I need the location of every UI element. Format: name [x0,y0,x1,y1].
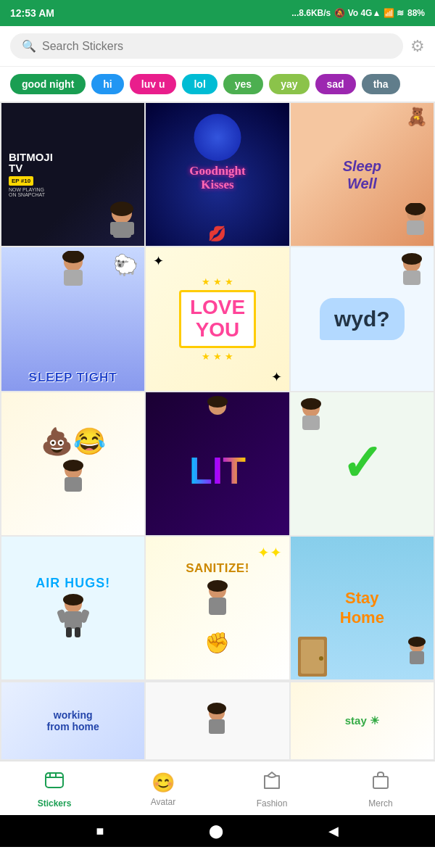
status-battery: 88% [407,8,425,18]
fashion-icon [262,770,281,795]
sticker-goodnight-kisses[interactable]: GoodnightKisses 💋 [146,103,289,246]
android-home-btn[interactable]: ⬤ [209,823,223,839]
svg-rect-37 [410,651,424,664]
sticker-bitmoji-tv[interactable]: BITMOJITV EP #10 NOW PLAYINGON SNAPCHAT [1,103,144,246]
bitmoji-tv-ep: EP #10 [9,176,33,186]
goodnight-moon [194,114,241,161]
nav-stickers[interactable]: Stickers [0,770,109,809]
love-you-stars-top: ★ ★ ★ [202,276,233,287]
stickers-icon [44,770,65,795]
svg-rect-16 [65,477,82,492]
search-icon: 🔍 [22,39,36,53]
pill-tha[interactable]: tha [362,74,400,94]
svg-rect-10 [64,270,83,286]
nav-merch-label: Merch [368,798,392,809]
sticker-stay-home[interactable]: StayHome [291,537,434,679]
bitmoji-tv-title: BITMOJITV [9,152,53,173]
air-hugs-avatar [55,594,91,640]
sticker-sleep-well[interactable]: SleepWell 🧸 [291,103,434,246]
svg-point-20 [301,398,321,410]
partial-sticker-middle[interactable] [146,682,289,759]
wfh-text: workingfrom home [46,709,99,732]
nav-avatar[interactable]: 😊 Avatar [109,772,218,807]
nav-fashion-label: Fashion [257,798,288,809]
lit-avatar [203,396,232,421]
nav-avatar-label: Avatar [151,797,175,807]
love-you-stars-bottom: ★ ★ ★ [202,351,233,362]
merch-icon [371,770,390,795]
stay-home-door [297,629,333,679]
partial-sticker-row: workingfrom home stay ☀ [0,681,435,761]
sticker-sanitize[interactable]: SANITIZE! ✊ ✦✦ [146,537,289,679]
pill-sad[interactable]: sad [315,74,356,94]
sleep-well-teddy: 🧸 [406,107,428,127]
svg-rect-27 [66,627,72,637]
svg-point-30 [207,580,228,592]
sticker-emoji-balloons[interactable]: 💩😂 [1,392,144,535]
sleep-tight-text: SLEEP TIGHT [29,371,117,385]
android-back-btn[interactable]: ◀ [328,823,339,839]
sticker-lit[interactable]: LIT [146,392,289,535]
love-you-sparkle: ✦ [153,253,164,269]
emoji-balloons-emojis: 💩😂 [41,426,106,457]
svg-point-18 [207,396,228,408]
gear-icon[interactable]: ⚙ [410,37,425,56]
sanitize-avatar [199,580,236,627]
sleep-tight-avatar [55,251,91,294]
svg-rect-41 [46,773,63,788]
partial-sticker-wfh[interactable]: workingfrom home [1,682,144,759]
sanitize-fist: ✊ [204,631,230,655]
status-signal: ...8.6KB/s [291,8,331,18]
svg-rect-4 [128,222,134,235]
goodnight-lips: 💋 [208,225,226,242]
pill-luv-u[interactable]: luv u [130,74,177,94]
partial-sticker-stay2[interactable]: stay ☀ [291,682,434,759]
lit-text: LIT [189,452,246,489]
pill-hi[interactable]: hi [91,74,123,94]
pill-good-night[interactable]: good night [10,74,86,94]
android-nav-bar: ■ ⬤ ◀ [0,815,435,847]
svg-point-36 [408,637,426,647]
sleep-well-avatar [401,203,430,242]
status-icons: 🔕 Vo 4G▲ 📶 ≋ [334,8,404,18]
nav-fashion[interactable]: Fashion [218,770,326,809]
pill-lol[interactable]: lol [182,74,217,94]
sleep-tight-sheep: 🐑 [113,253,138,277]
sticker-grid: BITMOJITV EP #10 NOW PLAYINGON SNAPCHAT … [0,102,435,681]
search-bar: 🔍 ⚙ [0,26,435,67]
pill-yay[interactable]: yay [269,74,309,94]
checkmark-avatar [297,398,326,437]
svg-rect-13 [403,270,420,285]
sticker-love-you[interactable]: ★ ★ ★ LOVEYOU ★ ★ ★ ✦ ✦ [146,247,289,390]
search-input[interactable] [42,40,392,53]
svg-rect-40 [209,719,225,734]
air-hugs-text: AIR HUGS! [36,576,110,591]
sticker-wyd[interactable]: wyd? [291,247,434,390]
sticker-air-hugs[interactable]: AIR HUGS! [1,537,144,679]
bottom-nav: Stickers 😊 Avatar Fashion Merch [0,761,435,815]
nav-merch[interactable]: Merch [326,770,435,809]
svg-rect-31 [209,598,226,615]
svg-point-1 [110,202,133,216]
bitmoji-tv-sub: NOW PLAYINGON SNAPCHAT [9,187,45,197]
svg-point-12 [402,253,422,265]
sanitize-sparkles: ✦✦ [257,544,282,561]
love-you-sparkle2: ✦ [271,369,282,385]
wyd-avatar [397,253,426,292]
sticker-checkmark[interactable]: ✓ [291,392,434,535]
avatar-icon: 😊 [152,772,175,794]
pill-yes[interactable]: yes [223,74,263,94]
svg-rect-3 [110,222,116,235]
stay-home-avatar [405,637,430,672]
svg-point-34 [319,656,323,661]
android-recent-btn[interactable]: ■ [96,824,104,839]
svg-rect-45 [373,777,388,788]
nav-stickers-label: Stickers [38,798,72,809]
search-input-wrapper[interactable]: 🔍 [10,33,403,59]
svg-point-39 [207,703,226,714]
checkmark-symbol: ✓ [341,438,384,489]
svg-point-15 [63,460,83,471]
sticker-sleep-tight[interactable]: SLEEP TIGHT 🐑 [1,247,144,390]
svg-rect-7 [407,220,424,235]
goodnight-text: GoodnightKisses [189,165,245,191]
